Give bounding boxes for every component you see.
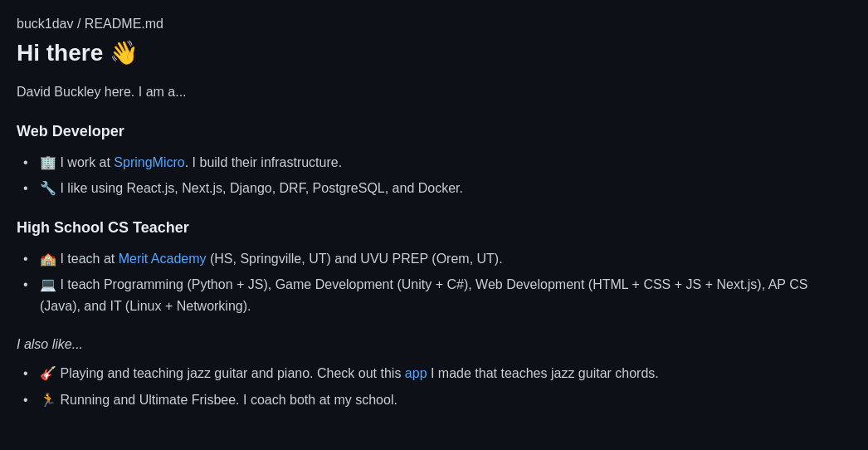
- list-item: 🏃 Running and Ultimate Frisbee. I coach …: [33, 389, 851, 411]
- breadcrumb-separator: /: [74, 17, 85, 31]
- breadcrumb-user: buck1dav: [17, 17, 74, 31]
- item-text-before: Playing and teaching jazz guitar and pia…: [60, 366, 404, 380]
- item-emoji: 🏫: [40, 252, 56, 266]
- springmicro-link[interactable]: SpringMicro: [114, 155, 184, 169]
- intro-text: David Buckley here. I am a...: [17, 81, 851, 103]
- also-like-label: I also like...: [17, 334, 851, 355]
- item-text: I like using React.js, Next.js, Django, …: [60, 181, 463, 195]
- section-title-cs-teacher: High School CS Teacher: [17, 216, 851, 240]
- title-emoji: 👋: [110, 40, 139, 66]
- item-text-after: . I build their infrastructure.: [185, 155, 342, 169]
- merit-academy-link[interactable]: Merit Academy: [119, 252, 207, 266]
- item-emoji: 🔧: [40, 181, 56, 195]
- list-item: 💻 I teach Programming (Python + JS), Gam…: [33, 274, 851, 316]
- list-item: 🎸 Playing and teaching jazz guitar and p…: [33, 363, 851, 384]
- web-developer-list: 🏢 I work at SpringMicro. I build their i…: [17, 152, 851, 199]
- item-text-after: (HS, Springville, UT) and UVU PREP (Orem…: [207, 252, 503, 266]
- section-title-web-developer: Web Developer: [17, 120, 851, 144]
- app-link[interactable]: app: [405, 366, 427, 380]
- also-like-list: 🎸 Playing and teaching jazz guitar and p…: [17, 363, 851, 410]
- item-emoji: 🎸: [40, 366, 56, 380]
- item-text: Running and Ultimate Frisbee. I coach bo…: [60, 393, 397, 407]
- item-emoji: 🏃: [40, 393, 56, 407]
- item-text-before: I teach at: [60, 252, 118, 266]
- item-text-after: I made that teaches jazz guitar chords.: [427, 366, 659, 380]
- item-emoji: 🏢: [40, 155, 56, 169]
- list-item: 🏢 I work at SpringMicro. I build their i…: [33, 152, 851, 174]
- title-text: Hi there: [17, 40, 103, 66]
- list-item: 🔧 I like using React.js, Next.js, Django…: [33, 178, 851, 199]
- breadcrumb-file: README.md: [85, 17, 163, 31]
- page-title: Hi there 👋: [17, 35, 851, 72]
- item-text: I teach Programming (Python + JS), Game …: [40, 277, 807, 313]
- breadcrumb: buck1dav / README.md: [17, 13, 851, 35]
- cs-teacher-list: 🏫 I teach at Merit Academy (HS, Springvi…: [17, 248, 851, 317]
- item-text-before: I work at: [60, 155, 114, 169]
- list-item: 🏫 I teach at Merit Academy (HS, Springvi…: [33, 248, 851, 270]
- item-emoji: 💻: [40, 277, 56, 291]
